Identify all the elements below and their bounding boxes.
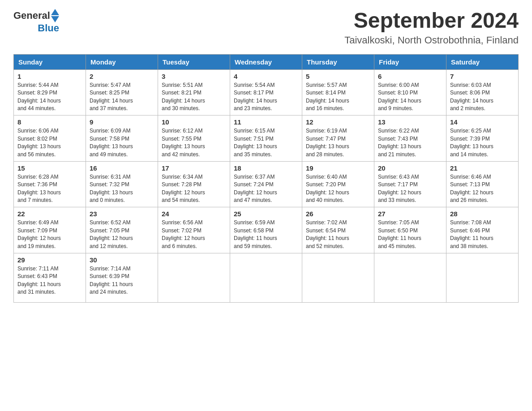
day-number: 9: [90, 118, 154, 126]
col-header-tuesday: Tuesday: [158, 54, 230, 69]
logo-triangle-down: [51, 16, 59, 22]
day-info: Sunrise: 6:03 AMSunset: 8:06 PMDaylight:…: [450, 81, 515, 113]
day-number: 26: [306, 210, 370, 218]
day-info: Sunrise: 7:14 AMSunset: 6:39 PMDaylight:…: [90, 265, 154, 296]
day-info: Sunrise: 6:40 AMSunset: 7:20 PMDaylight:…: [306, 173, 370, 205]
calendar-week-1: 1Sunrise: 5:44 AMSunset: 8:29 PMDaylight…: [14, 69, 519, 116]
day-number: 14: [450, 118, 515, 126]
day-info: Sunrise: 7:02 AMSunset: 6:54 PMDaylight:…: [306, 219, 370, 250]
calendar-cell: 30Sunrise: 7:14 AMSunset: 6:39 PMDayligh…: [86, 253, 158, 303]
day-number: 22: [17, 210, 82, 218]
calendar-cell: 14Sunrise: 6:25 AMSunset: 7:39 PMDayligh…: [446, 116, 519, 162]
logo-text-general: General: [13, 10, 50, 21]
calendar-cell: [158, 253, 230, 303]
calendar-week-5: 29Sunrise: 7:11 AMSunset: 6:43 PMDayligh…: [14, 253, 519, 303]
calendar-cell: 24Sunrise: 6:56 AMSunset: 7:02 PMDayligh…: [158, 207, 230, 253]
day-number: 23: [90, 210, 154, 218]
calendar-cell: 15Sunrise: 6:28 AMSunset: 7:36 PMDayligh…: [14, 161, 86, 207]
day-info: Sunrise: 5:51 AMSunset: 8:21 PMDaylight:…: [162, 81, 226, 113]
day-info: Sunrise: 6:00 AMSunset: 8:10 PMDaylight:…: [378, 81, 442, 113]
day-info: Sunrise: 6:37 AMSunset: 7:24 PMDaylight:…: [234, 173, 298, 205]
day-number: 30: [90, 256, 154, 264]
calendar-cell: 9Sunrise: 6:09 AMSunset: 7:58 PMDaylight…: [86, 116, 158, 162]
day-info: Sunrise: 7:05 AMSunset: 6:50 PMDaylight:…: [378, 219, 442, 250]
logo: General Blue: [13, 9, 59, 34]
day-number: 16: [90, 164, 154, 172]
calendar-title: September 2024: [344, 9, 519, 33]
day-info: Sunrise: 6:49 AMSunset: 7:09 PMDaylight:…: [17, 219, 82, 250]
calendar-cell: [302, 253, 374, 303]
day-number: 10: [162, 118, 226, 126]
calendar-cell: 25Sunrise: 6:59 AMSunset: 6:58 PMDayligh…: [230, 207, 302, 253]
calendar-cell: 6Sunrise: 6:00 AMSunset: 8:10 PMDaylight…: [374, 69, 446, 116]
day-number: 18: [234, 164, 298, 172]
day-info: Sunrise: 7:08 AMSunset: 6:46 PMDaylight:…: [450, 219, 515, 250]
title-block: September 2024 Taivalkoski, North Ostrob…: [344, 9, 519, 46]
day-info: Sunrise: 6:28 AMSunset: 7:36 PMDaylight:…: [17, 173, 82, 205]
day-number: 21: [450, 164, 515, 172]
day-info: Sunrise: 6:19 AMSunset: 7:47 PMDaylight:…: [306, 127, 370, 158]
day-info: Sunrise: 6:12 AMSunset: 7:55 PMDaylight:…: [162, 127, 226, 158]
col-header-sunday: Sunday: [14, 54, 86, 69]
day-info: Sunrise: 6:56 AMSunset: 7:02 PMDaylight:…: [162, 219, 226, 250]
day-number: 15: [17, 164, 82, 172]
calendar-week-4: 22Sunrise: 6:49 AMSunset: 7:09 PMDayligh…: [14, 207, 519, 253]
day-info: Sunrise: 6:52 AMSunset: 7:05 PMDaylight:…: [90, 219, 154, 250]
calendar-cell: [230, 253, 302, 303]
col-header-wednesday: Wednesday: [230, 54, 302, 69]
day-number: 13: [378, 118, 442, 126]
day-number: 19: [306, 164, 370, 172]
calendar-cell: 3Sunrise: 5:51 AMSunset: 8:21 PMDaylight…: [158, 69, 230, 116]
day-number: 20: [378, 164, 442, 172]
day-number: 12: [306, 118, 370, 126]
logo-text-blue: Blue: [38, 22, 59, 34]
calendar-week-2: 8Sunrise: 6:06 AMSunset: 8:02 PMDaylight…: [14, 116, 519, 162]
day-info: Sunrise: 6:43 AMSunset: 7:17 PMDaylight:…: [378, 173, 442, 205]
calendar-cell: 4Sunrise: 5:54 AMSunset: 8:17 PMDaylight…: [230, 69, 302, 116]
day-number: 24: [162, 210, 226, 218]
calendar-cell: 10Sunrise: 6:12 AMSunset: 7:55 PMDayligh…: [158, 116, 230, 162]
day-info: Sunrise: 6:25 AMSunset: 7:39 PMDaylight:…: [450, 127, 515, 158]
calendar-cell: 28Sunrise: 7:08 AMSunset: 6:46 PMDayligh…: [446, 207, 519, 253]
calendar-cell: 5Sunrise: 5:57 AMSunset: 8:14 PMDaylight…: [302, 69, 374, 116]
calendar-week-3: 15Sunrise: 6:28 AMSunset: 7:36 PMDayligh…: [14, 161, 519, 207]
day-info: Sunrise: 6:31 AMSunset: 7:32 PMDaylight:…: [90, 173, 154, 205]
day-info: Sunrise: 6:46 AMSunset: 7:13 PMDaylight:…: [450, 173, 515, 205]
day-number: 6: [378, 73, 442, 80]
day-number: 2: [90, 73, 154, 80]
calendar-cell: 29Sunrise: 7:11 AMSunset: 6:43 PMDayligh…: [14, 253, 86, 303]
calendar-table: SundayMondayTuesdayWednesdayThursdayFrid…: [13, 54, 519, 303]
col-header-monday: Monday: [86, 54, 158, 69]
day-number: 7: [450, 73, 515, 80]
col-header-saturday: Saturday: [446, 54, 519, 69]
calendar-cell: 23Sunrise: 6:52 AMSunset: 7:05 PMDayligh…: [86, 207, 158, 253]
calendar-cell: 20Sunrise: 6:43 AMSunset: 7:17 PMDayligh…: [374, 161, 446, 207]
day-number: 8: [17, 118, 82, 126]
day-info: Sunrise: 5:57 AMSunset: 8:14 PMDaylight:…: [306, 81, 370, 113]
day-number: 5: [306, 73, 370, 80]
calendar-cell: 21Sunrise: 6:46 AMSunset: 7:13 PMDayligh…: [446, 161, 519, 207]
day-number: 11: [234, 118, 298, 126]
day-info: Sunrise: 6:06 AMSunset: 8:02 PMDaylight:…: [17, 127, 82, 158]
col-header-thursday: Thursday: [302, 54, 374, 69]
day-info: Sunrise: 5:47 AMSunset: 8:25 PMDaylight:…: [90, 81, 154, 113]
logo-triangle-up: [51, 9, 59, 15]
day-number: 17: [162, 164, 226, 172]
day-number: 28: [450, 210, 515, 218]
calendar-cell: 18Sunrise: 6:37 AMSunset: 7:24 PMDayligh…: [230, 161, 302, 207]
calendar-subtitle: Taivalkoski, North Ostrobothnia, Finland: [344, 34, 519, 46]
day-number: 4: [234, 73, 298, 80]
calendar-cell: 22Sunrise: 6:49 AMSunset: 7:09 PMDayligh…: [14, 207, 86, 253]
col-header-friday: Friday: [374, 54, 446, 69]
calendar-cell: 17Sunrise: 6:34 AMSunset: 7:28 PMDayligh…: [158, 161, 230, 207]
calendar-cell: 1Sunrise: 5:44 AMSunset: 8:29 PMDaylight…: [14, 69, 86, 116]
calendar-cell: 19Sunrise: 6:40 AMSunset: 7:20 PMDayligh…: [302, 161, 374, 207]
page-header: General Blue September 2024 Taivalkoski,…: [13, 9, 519, 46]
day-info: Sunrise: 6:22 AMSunset: 7:43 PMDaylight:…: [378, 127, 442, 158]
day-info: Sunrise: 6:09 AMSunset: 7:58 PMDaylight:…: [90, 127, 154, 158]
calendar-cell: 11Sunrise: 6:15 AMSunset: 7:51 PMDayligh…: [230, 116, 302, 162]
calendar-cell: 13Sunrise: 6:22 AMSunset: 7:43 PMDayligh…: [374, 116, 446, 162]
logo-icon: General Blue: [13, 9, 59, 34]
day-info: Sunrise: 7:11 AMSunset: 6:43 PMDaylight:…: [17, 265, 82, 296]
calendar-cell: 16Sunrise: 6:31 AMSunset: 7:32 PMDayligh…: [86, 161, 158, 207]
